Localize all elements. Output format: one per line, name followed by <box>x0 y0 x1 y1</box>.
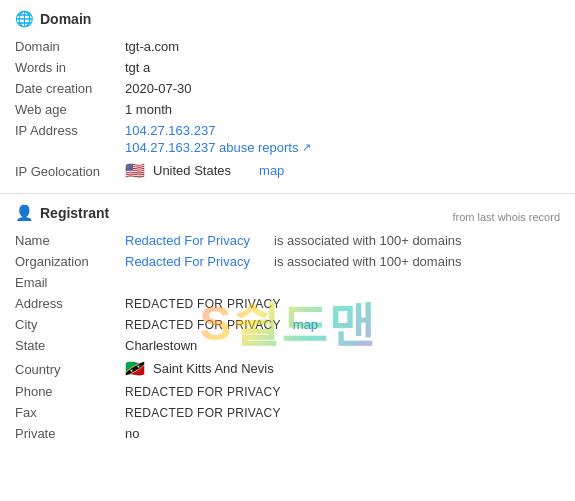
state-row: State Charlestown <box>15 335 560 356</box>
web-age-label: Web age <box>15 102 125 117</box>
geo-value: United States <box>153 163 231 178</box>
city-value: REDACTED FOR PRIVACY <box>125 318 281 332</box>
registrant-section: 👤 Registrant from last whois record S쉴드맨… <box>0 194 575 454</box>
date-creation-value: 2020-07-30 <box>125 81 560 96</box>
email-label: Email <box>15 275 125 290</box>
ip-address-row: IP Address 104.27.163.237 104.27.163.237… <box>15 120 560 158</box>
registrant-section-header: 👤 Registrant <box>15 204 109 222</box>
abuse-line: 104.27.163.237 abuse reports ↗ <box>125 140 560 155</box>
organization-label: Organization <box>15 254 125 269</box>
ip-geo-row: IP Geolocation 🇺🇸 United States map <box>15 158 560 183</box>
geo-line: 🇺🇸 United States map <box>125 161 560 180</box>
country-value-block: 🇰🇳 Saint Kitts And Nevis <box>125 359 560 378</box>
private-value: no <box>125 426 560 441</box>
name-associated-text: is associated with 100+ domains <box>274 233 462 248</box>
globe-icon: 🌐 <box>15 10 34 28</box>
country-label: Country <box>15 362 125 377</box>
state-label: State <box>15 338 125 353</box>
geo-map-link[interactable]: map <box>259 163 284 178</box>
us-flag-icon: 🇺🇸 <box>125 161 145 180</box>
address-label: Address <box>15 296 125 311</box>
domain-section: 🌐 Domain Domain tgt-a.com Words in tgt a… <box>0 0 575 194</box>
city-value-block: REDACTED FOR PRIVACY map <box>125 317 560 332</box>
from-record-text: from last whois record <box>452 211 560 223</box>
person-icon: 👤 <box>15 204 34 222</box>
city-row: City REDACTED FOR PRIVACY map <box>15 314 560 335</box>
private-row: Private no <box>15 423 560 444</box>
fax-row: Fax REDACTED FOR PRIVACY <box>15 402 560 423</box>
date-creation-row: Date creation 2020-07-30 <box>15 78 560 99</box>
address-value: REDACTED FOR PRIVACY <box>125 297 560 311</box>
domain-header-label: Domain <box>40 11 91 27</box>
kn-flag-icon: 🇰🇳 <box>125 359 145 378</box>
name-label: Name <box>15 233 125 248</box>
address-row: Address REDACTED FOR PRIVACY <box>15 293 560 314</box>
ip-abuse-link[interactable]: 104.27.163.237 abuse reports <box>125 140 298 155</box>
city-label: City <box>15 317 125 332</box>
date-creation-label: Date creation <box>15 81 125 96</box>
ip-geo-label: IP Geolocation <box>15 164 125 179</box>
country-value: Saint Kitts And Nevis <box>153 361 274 376</box>
domain-row: Domain tgt-a.com <box>15 36 560 57</box>
org-associated-text: is associated with 100+ domains <box>274 254 462 269</box>
state-value: Charlestown <box>125 338 560 353</box>
external-link-icon: ↗ <box>302 141 311 154</box>
registrant-header-label: Registrant <box>40 205 109 221</box>
domain-section-header: 🌐 Domain <box>15 10 560 28</box>
name-row: Name Redacted For Privacy is associated … <box>15 230 560 251</box>
email-row: Email <box>15 272 560 293</box>
registrant-header-row: 👤 Registrant from last whois record <box>15 204 560 230</box>
name-value-block: Redacted For Privacy is associated with … <box>125 233 560 248</box>
ip-address-label: IP Address <box>15 123 125 138</box>
phone-row: Phone REDACTED FOR PRIVACY <box>15 381 560 402</box>
organization-row: Organization Redacted For Privacy is ass… <box>15 251 560 272</box>
fax-label: Fax <box>15 405 125 420</box>
web-age-row: Web age 1 month <box>15 99 560 120</box>
web-age-value: 1 month <box>125 102 560 117</box>
ip-block: 104.27.163.237 104.27.163.237 abuse repo… <box>125 123 560 155</box>
words-label: Words in <box>15 60 125 75</box>
phone-value: REDACTED FOR PRIVACY <box>125 385 560 399</box>
domain-label: Domain <box>15 39 125 54</box>
fax-value: REDACTED FOR PRIVACY <box>125 406 560 420</box>
org-privacy-link[interactable]: Redacted For Privacy <box>125 254 250 269</box>
domain-value: tgt-a.com <box>125 39 560 54</box>
org-value-block: Redacted For Privacy is associated with … <box>125 254 560 269</box>
name-privacy-link[interactable]: Redacted For Privacy <box>125 233 250 248</box>
words-row: Words in tgt a <box>15 57 560 78</box>
words-value: tgt a <box>125 60 560 75</box>
city-map-link[interactable]: map <box>293 317 318 332</box>
country-row: Country 🇰🇳 Saint Kitts And Nevis <box>15 356 560 381</box>
phone-label: Phone <box>15 384 125 399</box>
ip-main-link[interactable]: 104.27.163.237 <box>125 123 560 138</box>
private-label: Private <box>15 426 125 441</box>
